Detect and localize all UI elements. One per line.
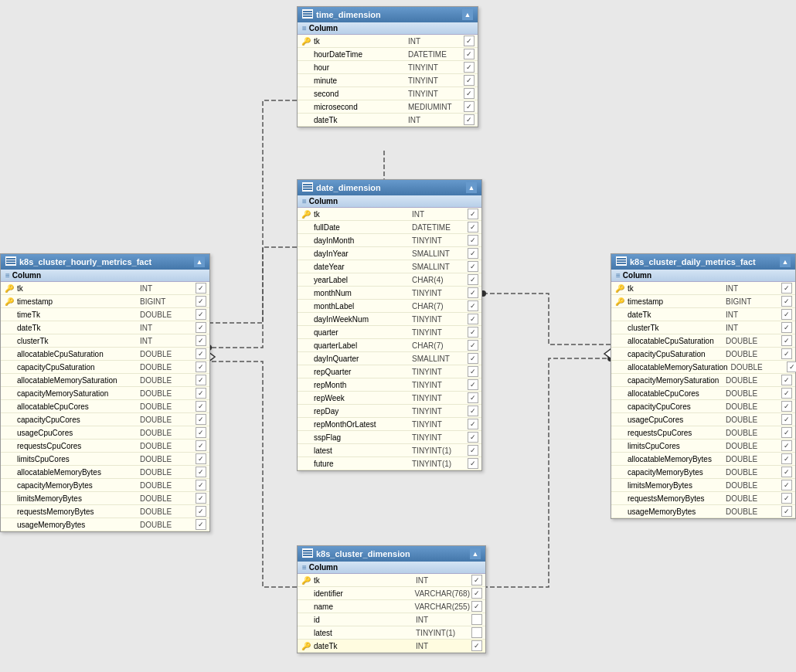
check[interactable]: ✓ — [196, 440, 206, 451]
table-row[interactable]: capacityMemoryBytes DOUBLE ✓ — [1, 479, 209, 492]
table-row[interactable]: allocatableMemorySaturation DOUBLE ✓ — [611, 361, 795, 374]
table-row[interactable]: fullDate DATETIME ✓ — [298, 221, 481, 234]
table-row[interactable]: 🔑 tk INT ✓ — [1, 282, 209, 295]
table-row[interactable]: allocatableCpuSaturation DOUBLE ✓ — [1, 348, 209, 361]
check[interactable]: ✓ — [468, 392, 478, 403]
check[interactable]: ✓ — [781, 453, 792, 464]
check[interactable]: ✓ — [468, 432, 478, 443]
table-row[interactable]: monthNum TINYINT ✓ — [298, 287, 481, 300]
check[interactable]: ✓ — [196, 388, 206, 399]
table-row[interactable]: dayInMonth TINYINT ✓ — [298, 234, 481, 247]
check[interactable]: ✓ — [781, 348, 792, 359]
table-row[interactable]: usageCpuCores DOUBLE ✓ — [1, 426, 209, 440]
table-row[interactable]: clusterTk INT ✓ — [1, 334, 209, 348]
check[interactable]: ✓ — [196, 427, 206, 438]
table-header-hourly[interactable]: k8s_cluster_hourly_metrics_fact ▲ — [1, 254, 209, 270]
scroll-up-date-dimension[interactable]: ▲ — [466, 182, 477, 193]
check[interactable]: ✓ — [196, 335, 206, 346]
table-row[interactable]: sspFlag TINYINT ✓ — [298, 431, 481, 444]
table-k8s-cluster-hourly[interactable]: k8s_cluster_hourly_metrics_fact ▲ ≡ Colu… — [0, 253, 210, 532]
table-row[interactable]: capacityMemorySaturation DOUBLE ✓ — [611, 374, 795, 387]
check[interactable]: ✓ — [471, 575, 482, 585]
table-row[interactable]: dateTk INT ✓ — [1, 321, 209, 334]
table-row[interactable]: monthLabel CHAR(7) ✓ — [298, 300, 481, 313]
table-row[interactable]: limitsMemoryBytes DOUBLE ✓ — [611, 479, 795, 492]
check[interactable]: ✓ — [464, 75, 475, 86]
check-unchecked[interactable] — [471, 614, 482, 625]
table-time-dimension[interactable]: time_dimension ▲ ≡ Column 🔑 tk INT ✓ hou… — [297, 6, 478, 127]
table-row[interactable]: 🔑 tk INT ✓ — [298, 35, 478, 48]
table-header-date-dimension[interactable]: date_dimension ▲ — [298, 180, 481, 195]
check[interactable]: ✓ — [468, 314, 478, 324]
check[interactable]: ✓ — [468, 300, 478, 311]
table-row[interactable]: dayInQuarter SMALLINT ✓ — [298, 352, 481, 365]
check[interactable]: ✓ — [196, 375, 206, 385]
table-row[interactable]: allocatableMemoryBytes DOUBLE ✓ — [1, 466, 209, 479]
check[interactable]: ✓ — [781, 427, 792, 438]
check[interactable]: ✓ — [471, 640, 482, 651]
check[interactable]: ✓ — [471, 588, 482, 599]
check[interactable]: ✓ — [781, 414, 792, 425]
check[interactable]: ✓ — [781, 401, 792, 412]
table-row[interactable]: quarterLabel CHAR(7) ✓ — [298, 339, 481, 352]
table-row[interactable]: microsecond MEDIUMINT ✓ — [298, 100, 478, 114]
table-row[interactable]: allocatableCpuSaturation DOUBLE ✓ — [611, 334, 795, 348]
check[interactable]: ✓ — [196, 519, 206, 530]
check[interactable]: ✓ — [468, 379, 478, 390]
table-row[interactable]: repMonthOrLatest TINYINT ✓ — [298, 418, 481, 431]
check[interactable]: ✓ — [468, 235, 478, 246]
table-row[interactable]: yearLabel CHAR(4) ✓ — [298, 273, 481, 287]
table-row[interactable]: future TINYINT(1) ✓ — [298, 457, 481, 470]
table-row[interactable]: dateYear SMALLINT ✓ — [298, 260, 481, 273]
check[interactable]: ✓ — [468, 419, 478, 429]
table-row[interactable]: 🔑 tk INT ✓ — [611, 282, 795, 295]
table-row[interactable]: minute TINYINT ✓ — [298, 74, 478, 87]
check[interactable]: ✓ — [471, 601, 482, 612]
check[interactable]: ✓ — [196, 361, 206, 372]
check[interactable]: ✓ — [468, 366, 478, 377]
table-k8s-cluster-dimension[interactable]: k8s_cluster_dimension ▲ ≡ Column 🔑 tk IN… — [297, 545, 486, 653]
table-row[interactable]: capacityMemoryBytes DOUBLE ✓ — [611, 466, 795, 479]
table-header-daily[interactable]: k8s_cluster_daily_metrics_fact ▲ — [611, 254, 795, 270]
table-row[interactable]: timeTk DOUBLE ✓ — [1, 308, 209, 321]
check-unchecked[interactable] — [471, 627, 482, 638]
check[interactable]: ✓ — [464, 114, 475, 125]
check[interactable]: ✓ — [464, 49, 475, 59]
check[interactable]: ✓ — [196, 283, 206, 294]
table-row[interactable]: repMonth TINYINT ✓ — [298, 378, 481, 392]
check[interactable]: ✓ — [468, 340, 478, 351]
scroll-up-time-dimension[interactable]: ▲ — [462, 9, 473, 20]
table-row[interactable]: allocatableMemorySaturation DOUBLE ✓ — [1, 374, 209, 387]
check[interactable]: ✓ — [196, 296, 206, 307]
check[interactable]: ✓ — [468, 353, 478, 364]
table-row[interactable]: limitsCpuCores DOUBLE ✓ — [1, 453, 209, 466]
check[interactable]: ✓ — [781, 283, 792, 294]
table-row[interactable]: 🔑 timestamp BIGINT ✓ — [611, 295, 795, 308]
table-row[interactable]: usageMemoryBytes DOUBLE ✓ — [1, 518, 209, 531]
check[interactable]: ✓ — [468, 287, 478, 298]
check[interactable]: ✓ — [468, 445, 478, 456]
check[interactable]: ✓ — [781, 388, 792, 399]
check[interactable]: ✓ — [468, 406, 478, 416]
check[interactable]: ✓ — [468, 222, 478, 232]
check[interactable]: ✓ — [781, 335, 792, 346]
table-row[interactable]: usageMemoryBytes DOUBLE ✓ — [611, 505, 795, 518]
table-row[interactable]: clusterTk INT ✓ — [611, 321, 795, 334]
check[interactable]: ✓ — [464, 88, 475, 99]
check[interactable]: ✓ — [468, 458, 478, 469]
check[interactable]: ✓ — [196, 401, 206, 412]
table-date-dimension[interactable]: date_dimension ▲ ≡ Column 🔑 tk INT ✓ ful… — [297, 179, 482, 471]
check[interactable]: ✓ — [196, 467, 206, 477]
table-row[interactable]: capacityCpuCores DOUBLE ✓ — [1, 413, 209, 426]
check[interactable]: ✓ — [196, 453, 206, 464]
table-row[interactable]: 🔑 tk INT ✓ — [298, 574, 485, 587]
table-row[interactable]: capacityCpuSaturation DOUBLE ✓ — [1, 361, 209, 374]
check[interactable]: ✓ — [781, 493, 792, 504]
scroll-up-hourly[interactable]: ▲ — [194, 256, 205, 267]
table-row[interactable]: name VARCHAR(255) ✓ — [298, 600, 485, 613]
table-row[interactable]: id INT — [298, 613, 485, 626]
check[interactable]: ✓ — [468, 327, 478, 338]
check[interactable]: ✓ — [781, 296, 792, 307]
check[interactable]: ✓ — [781, 506, 792, 517]
table-row[interactable]: latest TINYINT(1) ✓ — [298, 444, 481, 457]
